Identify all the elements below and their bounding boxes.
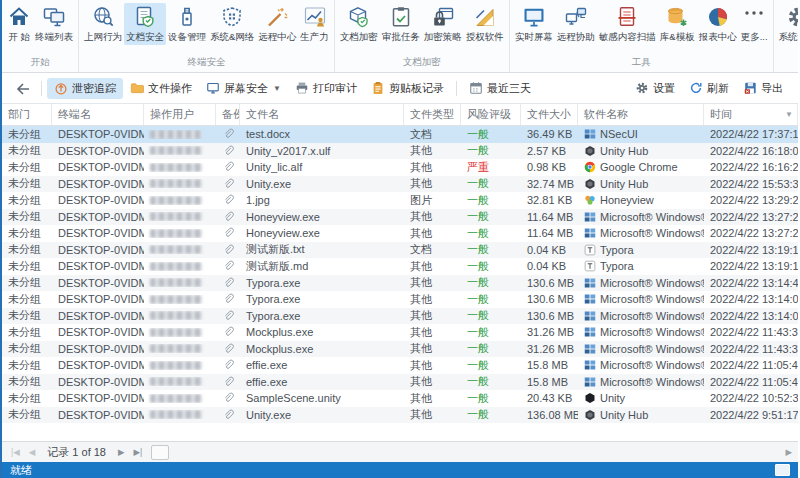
column-header-4[interactable]: 文件名: [240, 104, 404, 125]
file-operations-button[interactable]: 文件操作: [123, 78, 199, 99]
clipboard-records-button[interactable]: 剪贴板记录: [364, 78, 451, 99]
column-header-6[interactable]: 风险评级: [461, 104, 521, 125]
ribbon-group: 实时屏幕远程协助敏感内容扫描库&模板报表中心更多...工具: [510, 0, 774, 72]
ribbon-item-more[interactable]: 更多...: [739, 3, 770, 45]
ribbon-item-library-template[interactable]: 库&模板: [658, 3, 697, 45]
ribbon-item-remote-center[interactable]: 远程中心: [256, 3, 298, 45]
table-row[interactable]: 未分组DESKTOP-0VIDMDJUnity_v2017.x.ulf其他一般2…: [2, 143, 798, 160]
paperclip-icon[interactable]: [222, 277, 234, 289]
paperclip-icon[interactable]: [222, 178, 234, 190]
ribbon-item-remote-assist[interactable]: 远程协助: [555, 3, 597, 45]
ribbon-item-start[interactable]: 开 始: [5, 3, 33, 45]
paperclip-icon[interactable]: [222, 409, 234, 421]
paperclip-icon[interactable]: [222, 392, 234, 404]
app-name-label: Google Chrome: [600, 161, 678, 173]
date-range-button[interactable]: 最近三天: [462, 78, 538, 99]
export-button[interactable]: 导出: [736, 78, 790, 99]
ribbon-item-doc-encrypt[interactable]: 文档加密: [338, 3, 380, 45]
cell-department: 未分组: [2, 193, 52, 208]
ribbon-item-system-settings[interactable]: 系统设置: [777, 3, 798, 45]
cell-filesize: 31.26 MB: [521, 343, 578, 355]
paperclip-icon[interactable]: [222, 211, 234, 223]
settings-button[interactable]: 设置: [628, 78, 682, 99]
table-row[interactable]: 未分组DESKTOP-0VIDMDJ1.jpg图片一般32.81 KBHoney…: [2, 192, 798, 209]
table-row[interactable]: 未分组DESKTOP-0VIDMDJUnity_lic.alf其他严重0.98 …: [2, 159, 798, 176]
table-row[interactable]: 未分组DESKTOP-0VIDMDJMockplus.exe其他一般31.26 …: [2, 324, 798, 341]
pager-last-button[interactable]: ▶|: [131, 447, 146, 457]
paperclip-icon[interactable]: [222, 145, 234, 157]
table-row[interactable]: 未分组DESKTOP-0VIDMDJHoneyview.exe其他一般11.64…: [2, 209, 798, 226]
ribbon-item-encrypt-policy[interactable]: 加密策略: [422, 3, 464, 45]
screen-security-button[interactable]: 屏幕安全 ▼: [199, 78, 288, 99]
ribbon-item-terminal-list[interactable]: 终端列表: [33, 3, 75, 45]
paperclip-icon[interactable]: [222, 376, 234, 388]
column-header-3[interactable]: 备份: [216, 104, 240, 125]
ribbon-item-device-mgmt[interactable]: 设备管理: [166, 3, 208, 45]
column-header-5[interactable]: 文件类型: [404, 104, 461, 125]
paperclip-icon[interactable]: [222, 359, 234, 371]
ribbon-item-realtime-screen[interactable]: 实时屏幕: [513, 3, 555, 45]
table-row[interactable]: 未分组DESKTOP-0VIDMDJTypora.exe其他一般130.6 MB…: [2, 308, 798, 325]
paperclip-icon[interactable]: [222, 227, 234, 239]
table-row[interactable]: 未分组DESKTOP-0VIDMDJHoneyview.exe其他一般11.64…: [2, 225, 798, 242]
pager-prev-button[interactable]: ◀: [26, 447, 39, 457]
paperclip-icon[interactable]: [222, 326, 234, 338]
table-row[interactable]: 未分组DESKTOP-0VIDMDJTypora.exe其他一般130.6 MB…: [2, 291, 798, 308]
doc-security-icon: [133, 5, 157, 29]
column-header-2[interactable]: 操作用户: [144, 104, 216, 125]
cell-backup: [216, 161, 240, 173]
cell-filetype: 其他: [404, 259, 461, 274]
cell-operator-user: [144, 262, 216, 271]
filter-dropdown-icon[interactable]: ▼: [785, 110, 793, 119]
paperclip-icon[interactable]: [222, 310, 234, 322]
paperclip-icon[interactable]: [222, 194, 234, 206]
print-audit-button[interactable]: 打印审计: [288, 78, 364, 99]
cell-operator-user: [144, 179, 216, 188]
app-name-label: Microsoft® Windows® Oper...: [600, 211, 704, 223]
table-row[interactable]: 未分组DESKTOP-0VIDMDJTypora.exe其他一般130.6 MB…: [2, 275, 798, 292]
cell-appname: Unity Hub: [578, 409, 704, 421]
scroll-right-icon[interactable]: ▶: [785, 447, 792, 457]
column-header-7[interactable]: 文件大小: [521, 104, 578, 125]
paperclip-icon[interactable]: [222, 244, 234, 256]
pager-next-button[interactable]: ▶: [115, 447, 128, 457]
paperclip-icon[interactable]: [222, 293, 234, 305]
cell-terminal: DESKTOP-0VIDMDJ: [52, 145, 144, 157]
paperclip-icon[interactable]: [222, 128, 234, 140]
risk-badge: 一般: [467, 308, 489, 323]
pager-first-button[interactable]: |◀: [8, 447, 23, 457]
table-row[interactable]: 未分组DESKTOP-0VIDMDJeffie.exe其他一般15.8 MBMi…: [2, 374, 798, 391]
status-panel-icon[interactable]: [775, 464, 790, 476]
ribbon-item-licensed-software[interactable]: 授权软件: [464, 3, 506, 45]
back-button[interactable]: [10, 79, 36, 97]
refresh-button[interactable]: 刷新: [682, 78, 736, 99]
gear-icon: [635, 81, 649, 95]
table-row[interactable]: 未分组DESKTOP-0VIDMDJtest.docx文档一般36.49 KBN…: [2, 126, 798, 143]
column-header-0[interactable]: 部门: [2, 104, 52, 125]
table-row[interactable]: 未分组DESKTOP-0VIDMDJMockplus.exe其他一般31.26 …: [2, 341, 798, 358]
leak-trace-button[interactable]: 泄密追踪: [47, 78, 123, 99]
ribbon-item-productivity[interactable]: 生产力: [298, 3, 331, 45]
table-row[interactable]: 未分组DESKTOP-0VIDMDJUnity.exe其他一般136.08 MB…: [2, 407, 798, 424]
ribbon-item-doc-security[interactable]: 文档安全: [124, 3, 166, 45]
folder-icon: [130, 81, 144, 95]
column-header-9[interactable]: 时间▼: [704, 104, 798, 125]
paperclip-icon[interactable]: [222, 343, 234, 355]
table-row[interactable]: 未分组DESKTOP-0VIDMDJ测试新版.md其他一般0.04 KBTypo…: [2, 258, 798, 275]
ribbon-item-sensitive-scan[interactable]: 敏感内容扫描: [597, 3, 658, 45]
cell-filename: Typora.exe: [240, 277, 404, 289]
leak-trace-label: 泄密追踪: [72, 81, 116, 96]
ribbon-item-web-behavior[interactable]: 上网行为: [82, 3, 124, 45]
table-row[interactable]: 未分组DESKTOP-0VIDMDJSampleScene.unity其他一般2…: [2, 390, 798, 407]
ribbon-item-system-network[interactable]: 系统&网络: [208, 3, 256, 45]
column-header-1[interactable]: 终端名: [52, 104, 144, 125]
ribbon-item-report-center[interactable]: 报表中心: [697, 3, 739, 45]
column-header-8[interactable]: 软件名称: [578, 104, 704, 125]
ribbon-item-approval-task[interactable]: 审批任务: [380, 3, 422, 45]
table-row[interactable]: 未分组DESKTOP-0VIDMDJeffie.exe其他一般15.8 MBMi…: [2, 357, 798, 374]
table-row[interactable]: 未分组DESKTOP-0VIDMDJ测试新版.txt文档一般0.04 KBTyp…: [2, 242, 798, 259]
pager-extra-button[interactable]: [151, 445, 169, 460]
paperclip-icon[interactable]: [222, 161, 234, 173]
table-row[interactable]: 未分组DESKTOP-0VIDMDJUnity.exe其他一般32.74 MBU…: [2, 176, 798, 193]
paperclip-icon[interactable]: [222, 260, 234, 272]
